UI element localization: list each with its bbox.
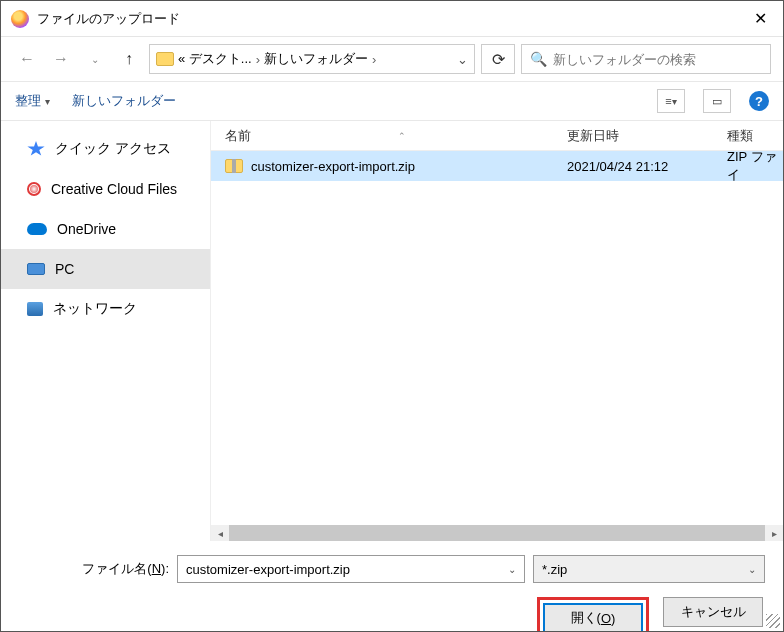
scroll-thumb[interactable] <box>229 525 765 541</box>
crumb-dropdown[interactable]: ⌄ <box>457 52 468 67</box>
breadcrumb[interactable]: « デスクト... › 新しいフォルダー › ⌄ <box>149 44 475 74</box>
search-input[interactable] <box>553 52 762 67</box>
nav-row: ← → ⌄ ↑ « デスクト... › 新しいフォルダー › ⌄ ⟳ 🔍 <box>1 37 783 81</box>
pc-icon <box>27 263 45 275</box>
back-button[interactable]: ← <box>13 45 41 73</box>
open-button[interactable]: 開く(O) <box>543 603 643 632</box>
window-title: ファイルのアップロード <box>37 10 737 28</box>
chevron-right-icon: › <box>372 52 376 67</box>
file-type: ZIP ファイ <box>713 148 783 184</box>
chevron-down-icon: ▾ <box>45 96 50 107</box>
sidebar: クイック アクセス Creative Cloud Files OneDrive … <box>1 121 211 541</box>
column-type[interactable]: 種類 <box>713 127 783 145</box>
sidebar-item-onedrive[interactable]: OneDrive <box>1 209 210 249</box>
sidebar-item-pc[interactable]: PC <box>1 249 210 289</box>
organize-button[interactable]: 整理 ▾ <box>15 92 50 110</box>
file-area: 名前 ⌃ 更新日時 種類 customizer-export-import.zi… <box>211 121 783 541</box>
search-icon: 🔍 <box>530 51 547 67</box>
filter-select[interactable]: *.zip ⌄ <box>533 555 765 583</box>
forward-button: → <box>47 45 75 73</box>
file-date: 2021/04/24 21:12 <box>553 159 713 174</box>
crumb-seg-1[interactable]: « デスクト... <box>178 50 252 68</box>
column-date[interactable]: 更新日時 <box>553 127 713 145</box>
filename-input[interactable]: customizer-export-import.zip ⌄ <box>177 555 525 583</box>
file-row[interactable]: customizer-export-import.zip 2021/04/24 … <box>211 151 783 181</box>
scroll-left-icon[interactable]: ◂ <box>211 528 229 539</box>
bottom-panel: ファイル名(N): customizer-export-import.zip ⌄… <box>1 541 783 632</box>
help-button[interactable]: ? <box>749 91 769 111</box>
preview-pane-button[interactable]: ▭ <box>703 89 731 113</box>
up-button[interactable]: ↑ <box>115 45 143 73</box>
new-folder-button[interactable]: 新しいフォルダー <box>72 92 176 110</box>
chevron-down-icon[interactable]: ⌄ <box>508 564 516 575</box>
cancel-button[interactable]: キャンセル <box>663 597 763 627</box>
search-box[interactable]: 🔍 <box>521 44 771 74</box>
scroll-right-icon[interactable]: ▸ <box>765 528 783 539</box>
filename-label: ファイル名(N): <box>19 560 169 578</box>
sort-indicator-icon: ⌃ <box>398 131 406 141</box>
horizontal-scrollbar[interactable]: ◂ ▸ <box>211 525 783 541</box>
cloud-icon <box>27 223 47 235</box>
main-area: クイック アクセス Creative Cloud Files OneDrive … <box>1 121 783 541</box>
refresh-button[interactable]: ⟳ <box>481 44 515 74</box>
chevron-right-icon: › <box>256 52 260 67</box>
close-button[interactable]: ✕ <box>737 1 783 37</box>
folder-icon <box>156 52 174 66</box>
file-name: customizer-export-import.zip <box>251 159 415 174</box>
sidebar-item-network[interactable]: ネットワーク <box>1 289 210 329</box>
toolbar: 整理 ▾ 新しいフォルダー ≡ ▾ ▭ ? <box>1 81 783 121</box>
network-icon <box>27 302 43 316</box>
view-mode-button[interactable]: ≡ ▾ <box>657 89 685 113</box>
creative-cloud-icon <box>27 182 41 196</box>
star-icon <box>27 141 45 157</box>
column-name[interactable]: 名前 ⌃ <box>211 127 553 145</box>
sidebar-item-creative-cloud[interactable]: Creative Cloud Files <box>1 169 210 209</box>
open-button-highlight: 開く(O) <box>537 597 649 632</box>
sidebar-item-quick-access[interactable]: クイック アクセス <box>1 129 210 169</box>
crumb-seg-2[interactable]: 新しいフォルダー <box>264 50 368 68</box>
titlebar: ファイルのアップロード ✕ <box>1 1 783 37</box>
resize-grip[interactable] <box>766 614 780 628</box>
column-headers: 名前 ⌃ 更新日時 種類 <box>211 121 783 151</box>
zip-file-icon <box>225 159 243 173</box>
firefox-icon <box>11 10 29 28</box>
recent-dropdown[interactable]: ⌄ <box>81 45 109 73</box>
chevron-down-icon: ⌄ <box>748 564 756 575</box>
